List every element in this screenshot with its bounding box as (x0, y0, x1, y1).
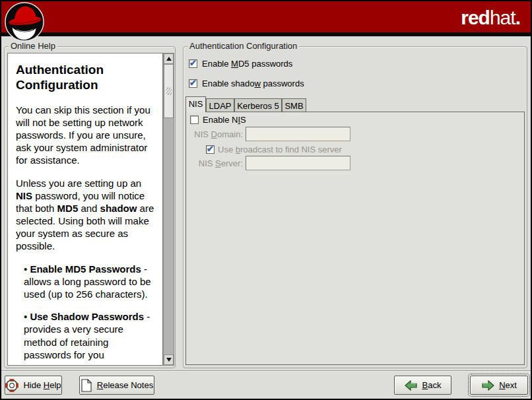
hide-help-button[interactable]: Hide Help (5, 376, 62, 395)
release-notes-button[interactable]: Release Notes (79, 376, 154, 395)
help-text-viewport: Authentication Configuration You can ski… (7, 53, 163, 366)
online-help-frame: Online Help Authentication Configuration… (4, 46, 176, 368)
next-label: Next (499, 380, 517, 390)
enable-md5-label[interactable]: Enable MD5 passwords (202, 59, 292, 69)
back-label: Back (422, 380, 442, 390)
enable-md5-checkbox[interactable] (189, 59, 197, 68)
nis-server-input[interactable] (246, 156, 350, 170)
redhat-wordmark: redhat. (461, 7, 520, 29)
document-icon (81, 379, 92, 392)
footer-separator (1, 370, 531, 372)
nis-server-label: NIS Server: (193, 158, 243, 168)
tab-ldap[interactable]: LDAP (206, 98, 234, 112)
wordmark-red: red (461, 7, 490, 28)
life-preserver-icon (5, 379, 18, 392)
scrollbar-thumb[interactable] (164, 64, 174, 118)
scroll-up-arrow-icon (166, 57, 172, 61)
enable-nis-checkbox[interactable] (190, 116, 199, 124)
tab-nis[interactable]: NIS (185, 96, 206, 112)
help-title: Authentication Configuration (16, 63, 154, 93)
next-button[interactable]: Next (470, 376, 528, 395)
auth-frame-label: Authentication Configuration (187, 41, 299, 51)
hide-help-label: Hide Help (23, 380, 61, 390)
back-button[interactable]: Back (394, 376, 451, 395)
help-bullet-shadow: • Use Shadow Passwords - provides a very… (24, 310, 154, 361)
release-notes-label: Release Notes (97, 380, 153, 390)
redhat-shadowman-logo-icon (4, 1, 45, 42)
use-broadcast-label[interactable]: Use broadcast to find NIS server (218, 145, 342, 154)
tab-kerberos5[interactable]: Kerberos 5 (234, 98, 282, 112)
installer-window: redhat. Online Help Authentication Confi… (0, 0, 532, 400)
tab-smb[interactable]: SMB (282, 98, 306, 112)
scroll-down-arrow-icon (166, 358, 172, 362)
online-help-frame-label: Online Help (9, 41, 57, 51)
nis-domain-input[interactable] (246, 127, 350, 141)
scroll-down-button[interactable] (164, 354, 174, 365)
header-divider (1, 32, 531, 36)
wordmark-hat: hat (490, 7, 515, 28)
use-broadcast-checkbox[interactable] (206, 145, 215, 154)
help-paragraph: You can skip this section if you will no… (16, 104, 154, 167)
help-content: Authentication Configuration You can ski… (8, 53, 162, 366)
brand-header-bar (1, 1, 531, 32)
nis-domain-label: NIS Domain: (193, 129, 243, 139)
enable-shadow-checkbox[interactable] (189, 79, 197, 88)
nis-tab-panel: Enable NIS NIS Domain: Use broadcast to … (185, 112, 525, 365)
help-scrollbar[interactable] (163, 53, 174, 366)
wordmark-dot: . (515, 7, 520, 28)
next-arrow-icon (481, 380, 494, 391)
enable-shadow-label[interactable]: Enable shadow passwords (202, 79, 304, 88)
authentication-configuration-frame: Authentication Configuration Enable MD5 … (183, 46, 527, 368)
help-bullet-md5: • Enable MD5 Passwords - allows a long p… (24, 263, 154, 301)
help-paragraph: Unless you are setting up an NIS passwor… (16, 177, 154, 253)
enable-nis-label[interactable]: Enable NIS (203, 115, 246, 125)
back-arrow-icon (405, 380, 418, 391)
scroll-up-button[interactable] (164, 53, 174, 64)
